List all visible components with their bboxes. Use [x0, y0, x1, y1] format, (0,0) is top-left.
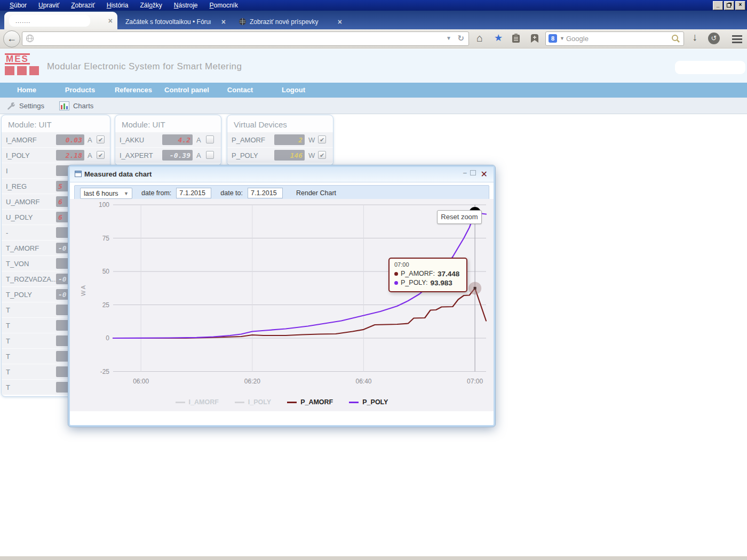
- row-unit: W: [308, 136, 315, 144]
- bookmark-star-icon[interactable]: ★: [494, 32, 503, 44]
- menu-item-0[interactable]: Súbor: [0, 2, 33, 9]
- chart-area[interactable]: 1007550250-2506:0006:2006:4007:00W A: [70, 199, 494, 411]
- history-icon[interactable]: ↺: [708, 33, 720, 44]
- measured-data-chart-dialog: Measured data chart – ✕ last 6 hours▼ da…: [68, 165, 495, 427]
- window-minimize-button[interactable]: _: [713, 1, 723, 10]
- legend-item-i_poly[interactable]: I_POLY: [235, 398, 271, 406]
- clipboard-icon[interactable]: [511, 33, 521, 44]
- row-checkbox[interactable]: ✔: [97, 151, 105, 159]
- render-chart-button[interactable]: Render Chart: [296, 189, 336, 197]
- row-value: 2.18: [56, 150, 84, 161]
- panel-title: Virtual Devices: [227, 115, 333, 132]
- urlbar-dropdown-icon[interactable]: ▼: [446, 35, 451, 41]
- site-header: MES Modular Electronic System for Smart …: [0, 49, 747, 83]
- x-tick-label: 06:20: [244, 378, 260, 385]
- home-icon[interactable]: ⌂: [476, 32, 483, 44]
- subtab-settings[interactable]: Settings: [6, 102, 44, 110]
- search-engine-dropdown-icon[interactable]: ▼: [560, 36, 565, 41]
- date-from-input[interactable]: [176, 188, 211, 198]
- row-checkbox[interactable]: [206, 151, 214, 159]
- search-box[interactable]: 8 ▼ Google: [545, 31, 684, 46]
- y-tick-label: 75: [102, 235, 110, 242]
- window-restore-button[interactable]: [724, 1, 734, 10]
- subtab-charts[interactable]: Charts: [59, 101, 93, 110]
- range-select[interactable]: last 6 hours▼: [80, 188, 132, 199]
- tab-title: Zobraziť nové príspevky: [250, 18, 319, 26]
- legend-swatch: [235, 402, 244, 403]
- panel-virtual-devices: Virtual DevicesP_AMORF2W✔P_POLY146W✔: [227, 115, 333, 166]
- row-checkbox[interactable]: ✔: [318, 151, 326, 159]
- browser-tab-2[interactable]: Zobraziť nové príspevky×: [234, 14, 347, 29]
- menu-hamburger-icon[interactable]: [732, 35, 742, 37]
- browser-tab-1[interactable]: Začátek s fotovoltaikou • Fórum | ...×: [121, 14, 231, 29]
- row-label: T_POLY: [6, 291, 32, 299]
- hover-marker-center: [474, 287, 476, 290]
- reset-zoom-button[interactable]: Reset zoom: [437, 210, 482, 224]
- downloads-icon[interactable]: ↓: [692, 31, 697, 43]
- tab-close-icon[interactable]: ×: [333, 18, 342, 26]
- nav-item-logout[interactable]: Logout: [267, 83, 320, 98]
- legend-item-i_amorf[interactable]: I_AMORF: [176, 398, 219, 406]
- tab-title: Začátek s fotovoltaikou • Fórum | ...: [125, 18, 211, 26]
- legend-item-p_amorf[interactable]: P_AMORF: [287, 398, 333, 406]
- row-label: I_AKKU: [120, 136, 144, 144]
- browser-tab-0[interactable]: .......×: [4, 12, 117, 29]
- y-tick-label: 50: [102, 268, 110, 275]
- dialog-close-icon[interactable]: ✕: [481, 169, 488, 179]
- tooltip-series-name: P_AMORF:: [401, 269, 435, 278]
- menu-item-6[interactable]: Pomocník: [204, 2, 244, 9]
- row-label: I: [6, 167, 8, 175]
- row-checkbox[interactable]: [206, 135, 214, 143]
- y-tick-label: -25: [100, 368, 110, 375]
- nav-item-control-panel[interactable]: Control panel: [160, 83, 213, 98]
- back-button[interactable]: ←: [3, 30, 20, 47]
- row-label: T_ROZVADZA...: [6, 275, 57, 283]
- url-bar[interactable]: ▼ ↻: [22, 31, 469, 46]
- dialog-minimize-icon[interactable]: –: [463, 169, 467, 177]
- window-close-button[interactable]: ×: [735, 1, 745, 10]
- dialog-footer: [70, 411, 494, 425]
- legend-item-p_poly[interactable]: P_POLY: [349, 398, 388, 406]
- row-label: U_POLY: [6, 213, 33, 221]
- nav-item-contact[interactable]: Contact: [213, 83, 267, 98]
- series-line-p_amorf: [113, 288, 486, 338]
- row-label: T_VON: [6, 260, 29, 268]
- search-magnifier-icon[interactable]: [671, 34, 680, 43]
- legend-label: I_POLY: [248, 398, 271, 406]
- search-engine-icon[interactable]: 8: [549, 34, 557, 43]
- row-label: T: [6, 337, 10, 345]
- subtab-label: Charts: [73, 102, 93, 110]
- row-unit: A: [196, 136, 201, 144]
- table-row: P_AMORF2W✔: [227, 132, 333, 148]
- menu-item-4[interactable]: Záložky: [134, 2, 168, 9]
- wrench-icon: [6, 102, 15, 110]
- y-tick-label: 100: [99, 201, 109, 209]
- chart-legend: I_AMORFI_POLYP_AMORFP_POLY: [70, 398, 494, 406]
- row-value: 0.03: [56, 134, 84, 145]
- menu-item-3[interactable]: História: [101, 2, 134, 9]
- tooltip-series-row: P_AMORF: 37.448: [394, 269, 462, 278]
- menu-item-5[interactable]: Nástroje: [168, 2, 204, 9]
- tab-close-icon[interactable]: ×: [104, 17, 113, 25]
- dialog-maximize-icon[interactable]: [470, 170, 476, 175]
- bookmarks-menu-icon[interactable]: [529, 33, 540, 44]
- row-label: T_AMORF: [6, 244, 39, 252]
- row-value: 2: [274, 134, 305, 145]
- row-checkbox[interactable]: ✔: [318, 135, 326, 143]
- row-value: 4.2: [162, 134, 193, 145]
- reload-icon[interactable]: ↻: [457, 34, 464, 43]
- row-checkbox[interactable]: ✔: [97, 135, 105, 143]
- nav-item-products[interactable]: Products: [53, 83, 107, 98]
- row-label: I_AXPERT: [120, 151, 153, 159]
- tab-close-icon[interactable]: ×: [217, 18, 226, 26]
- browser-tabstrip: .......×Začátek s fotovoltaikou • Fórum …: [0, 11, 747, 29]
- menu-item-2[interactable]: Zobraziť: [65, 2, 101, 9]
- date-to-input[interactable]: [248, 188, 283, 198]
- dialog-titlebar[interactable]: Measured data chart – ✕: [70, 167, 494, 182]
- dialog-window-icon: [75, 171, 82, 177]
- y-axis-label: W A: [80, 285, 86, 296]
- nav-item-home[interactable]: Home: [0, 83, 53, 98]
- menu-item-1[interactable]: Upraviť: [33, 2, 65, 9]
- nav-item-references[interactable]: References: [107, 83, 160, 98]
- table-row: I_AXPERT-0.39A: [115, 148, 221, 163]
